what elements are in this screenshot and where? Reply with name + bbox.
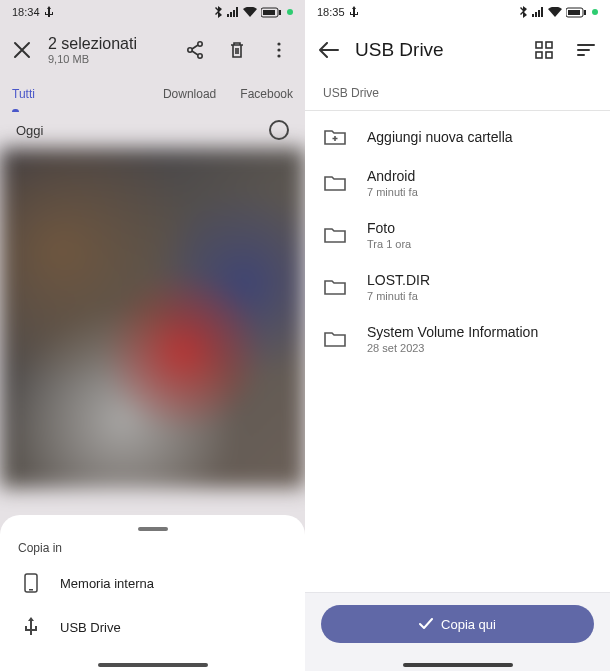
- usb-icon: [20, 617, 42, 637]
- sheet-item-label: USB Drive: [60, 620, 121, 635]
- folder-sub: Tra 1 ora: [367, 238, 411, 250]
- tab-spacer: [47, 76, 151, 112]
- svg-rect-1: [279, 10, 281, 15]
- nav-handle[interactable]: [98, 663, 208, 667]
- folder-icon: [323, 174, 347, 192]
- battery-icon: [566, 7, 586, 18]
- svg-rect-16: [536, 52, 542, 58]
- breadcrumb[interactable]: USB Drive: [305, 76, 610, 111]
- page-title: USB Drive: [355, 39, 518, 61]
- nav-handle[interactable]: [403, 663, 513, 667]
- sheet-item-usb[interactable]: USB Drive: [0, 605, 305, 649]
- svg-rect-15: [546, 42, 552, 48]
- svg-rect-10: [29, 589, 33, 591]
- status-bar: 18:35: [305, 0, 610, 24]
- tab-all[interactable]: Tutti: [0, 76, 47, 112]
- usb-status-icon: [349, 6, 359, 18]
- svg-point-8: [277, 54, 280, 57]
- sheet-item-label: Memoria interna: [60, 576, 154, 591]
- sheet-item-internal[interactable]: Memoria interna: [0, 561, 305, 605]
- selection-title: 2 selezionati: [48, 35, 169, 53]
- status-bar: 18:34: [0, 0, 305, 24]
- privacy-dot-icon: [287, 9, 293, 15]
- signal-icon: [532, 7, 544, 17]
- folder-icon: [323, 226, 347, 244]
- check-icon: [419, 618, 433, 630]
- folder-list: Aggiungi nuova cartella Android 7 minuti…: [305, 111, 610, 365]
- date-label: Oggi: [16, 123, 43, 138]
- status-time: 18:35: [317, 6, 345, 18]
- svg-point-5: [198, 54, 202, 58]
- folder-item[interactable]: Android 7 minuti fa: [305, 157, 610, 209]
- folder-name: Foto: [367, 220, 411, 236]
- phone-storage-icon: [20, 573, 42, 593]
- share-icon[interactable]: [183, 38, 207, 62]
- select-all-toggle[interactable]: [269, 120, 289, 140]
- sheet-handle[interactable]: [138, 527, 168, 531]
- tabs: Tutti Download Facebook: [0, 76, 305, 112]
- sort-icon[interactable]: [574, 38, 598, 62]
- folder-name: Android: [367, 168, 418, 184]
- sheet-title: Copia in: [0, 541, 305, 561]
- new-folder-icon: [323, 128, 347, 146]
- date-row: Oggi: [0, 112, 305, 148]
- back-icon[interactable]: [317, 38, 341, 62]
- selection-subtitle: 9,10 MB: [48, 53, 169, 65]
- status-time: 18:34: [12, 6, 40, 18]
- header: USB Drive: [305, 24, 610, 76]
- svg-rect-17: [546, 52, 552, 58]
- folder-sub: 7 minuti fa: [367, 290, 430, 302]
- svg-rect-13: [568, 10, 580, 15]
- grid-view-icon[interactable]: [532, 38, 556, 62]
- folder-item[interactable]: Foto Tra 1 ora: [305, 209, 610, 261]
- copy-here-label: Copia qui: [441, 617, 496, 632]
- trash-icon[interactable]: [225, 38, 249, 62]
- phone-left: 18:34 2 selezionati 9,: [0, 0, 305, 671]
- folder-icon: [323, 330, 347, 348]
- close-icon[interactable]: [10, 38, 34, 62]
- gallery-content: [0, 148, 305, 488]
- copy-bar: Copia qui: [305, 592, 610, 671]
- privacy-dot-icon: [592, 9, 598, 15]
- selection-header: 2 selezionati 9,10 MB: [0, 24, 305, 76]
- new-folder-label: Aggiungi nuova cartella: [367, 129, 513, 145]
- svg-rect-14: [536, 42, 542, 48]
- battery-icon: [261, 7, 281, 18]
- svg-point-6: [277, 42, 280, 45]
- wifi-icon: [243, 7, 257, 17]
- folder-name: System Volume Information: [367, 324, 538, 340]
- svg-point-3: [198, 42, 202, 46]
- usb-status-icon: [44, 6, 54, 18]
- wifi-icon: [548, 7, 562, 17]
- svg-rect-2: [263, 10, 275, 15]
- copy-here-button[interactable]: Copia qui: [321, 605, 594, 643]
- svg-point-4: [188, 48, 192, 52]
- bluetooth-icon: [520, 6, 528, 18]
- folder-item[interactable]: LOST.DIR 7 minuti fa: [305, 261, 610, 313]
- folder-name: LOST.DIR: [367, 272, 430, 288]
- signal-icon: [227, 7, 239, 17]
- tab-download[interactable]: Download: [151, 76, 228, 112]
- tab-facebook[interactable]: Facebook: [228, 76, 305, 112]
- new-folder-item[interactable]: Aggiungi nuova cartella: [305, 117, 610, 157]
- folder-icon: [323, 278, 347, 296]
- folder-sub: 7 minuti fa: [367, 186, 418, 198]
- folder-item[interactable]: System Volume Information 28 set 2023: [305, 313, 610, 365]
- bottom-sheet: Copia in Memoria interna USB Drive: [0, 515, 305, 671]
- phone-right: 18:35 USB Drive: [305, 0, 610, 671]
- svg-point-7: [277, 48, 280, 51]
- bluetooth-icon: [215, 6, 223, 18]
- more-icon[interactable]: [267, 38, 291, 62]
- folder-sub: 28 set 2023: [367, 342, 538, 354]
- svg-rect-12: [584, 10, 586, 15]
